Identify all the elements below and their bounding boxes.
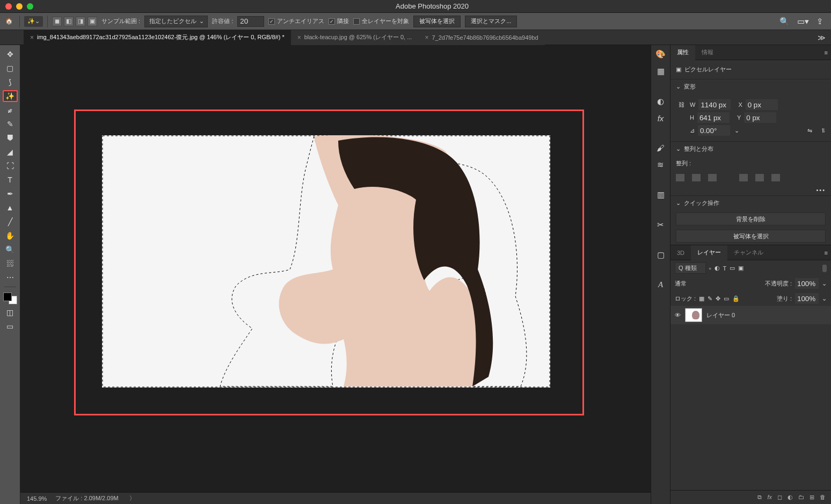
filter-type-icon[interactable]: T [723,265,727,272]
flip-vertical-icon[interactable]: ⥮ [821,127,826,134]
home-button[interactable]: 🏠 [3,16,15,27]
lock-transparency-icon[interactable]: ▦ [699,295,704,302]
layer-visibility-icon[interactable]: 👁 [675,312,681,318]
tolerance-input[interactable] [237,16,264,27]
align-section[interactable]: 整列と分布 [670,141,831,156]
layers-tab[interactable]: レイヤー [691,245,727,260]
line-tool[interactable]: ╱ [3,216,18,228]
perspective-tool[interactable]: ⛆ [3,258,18,269]
select-and-mask-button[interactable]: 選択とマスク... [465,16,517,27]
x-input[interactable] [746,99,778,110]
actions-panel-icon[interactable]: ✂ [657,220,664,230]
color-panel-icon[interactable]: 🎨 [655,49,666,59]
quick-actions-section[interactable]: クイック操作 [670,195,831,210]
workspace-icon[interactable]: ▭▾ [797,17,809,26]
adjustments-panel-icon[interactable]: ◐ [657,97,664,106]
more-options-icon[interactable]: ••• [816,187,831,193]
lock-paint-icon[interactable]: ✎ [708,295,712,302]
document-tab[interactable]: ×7_2d7fe75e74b86b7696cb6564ba949bd [418,30,544,45]
layer-row[interactable]: 👁 レイヤー 0 [670,306,831,324]
align-left-icon[interactable] [676,174,684,181]
select-subject-button-panel[interactable]: 被写体を選択 [676,230,826,243]
layer-fx-icon[interactable]: fx [767,494,772,501]
3d-tab[interactable]: 3D [670,245,691,260]
libraries-panel-icon[interactable]: ▥ [657,190,665,200]
tool-preset[interactable]: ✨⌄ [24,16,43,27]
tab-overflow-icon[interactable]: ≫ [812,33,831,42]
filter-shape-icon[interactable]: ▭ [730,265,735,272]
opacity-input[interactable] [795,278,819,289]
layer-name[interactable]: レイヤー 0 [706,311,735,319]
adjustment-layer-icon[interactable]: ◐ [788,494,793,501]
quick-selection-tool[interactable]: ⸙ [3,104,18,116]
filter-smart-icon[interactable]: ▣ [738,265,743,272]
status-chevron-icon[interactable]: 〉 [129,494,135,502]
blend-mode-dropdown[interactable]: 通常 [675,280,739,288]
lock-position-icon[interactable]: ✥ [716,295,720,302]
path-selection-tool[interactable]: ▲ [3,202,18,214]
lock-artboard-icon[interactable]: ▭ [724,295,729,302]
panel-menu-icon[interactable]: ≡ [821,49,831,56]
selection-add-icon[interactable]: ◧ [64,17,74,26]
close-tab-icon[interactable]: × [30,34,34,41]
close-tab-icon[interactable]: × [425,34,428,41]
sample-range-dropdown[interactable]: 指定したピクセル [144,16,208,27]
crop-tool[interactable]: ⛶ [3,160,18,172]
brush-settings-icon[interactable]: ≋ [657,160,664,170]
all-layers-checkbox[interactable]: 全レイヤーを対象 [353,17,409,25]
antialias-checkbox[interactable]: ✓アンチエイリアス [268,17,324,25]
align-vcenter-icon[interactable] [755,174,764,181]
search-icon[interactable]: 🔍 [779,17,790,26]
pen-tool[interactable]: ✒ [3,188,18,200]
gradient-tool[interactable]: ◢ [3,146,18,158]
color-swatch[interactable] [3,293,17,304]
selection-subtract-icon[interactable]: ◨ [76,17,85,26]
screen-mode-tool[interactable]: ▭ [3,320,18,332]
fill-input[interactable] [795,293,819,304]
group-layers-icon[interactable]: 🗀 [798,494,804,501]
layer-mask-icon[interactable]: ◻ [777,494,782,501]
canvas-viewport[interactable] [20,45,651,492]
select-subject-button[interactable]: 被写体を選択 [413,16,461,27]
minimize-window[interactable] [16,3,23,10]
filter-pixel-icon[interactable]: ▫ [709,265,711,272]
filter-adjust-icon[interactable]: ◐ [715,265,720,272]
link-layers-icon[interactable]: ⧉ [757,494,762,501]
link-wh-icon[interactable]: ⛓ [676,101,687,108]
info-tab[interactable]: 情報 [695,45,720,60]
magic-wand-tool[interactable]: ✨ [3,90,18,102]
y-input[interactable] [744,112,776,123]
new-layer-icon[interactable]: ⊞ [810,494,814,501]
align-top-icon[interactable] [739,174,748,181]
brushes-panel-icon[interactable]: 🖌 [657,143,665,152]
layer-filter-kind[interactable]: Q 種類 [675,262,706,274]
selection-new-icon[interactable]: ◼ [52,17,62,26]
close-tab-icon[interactable]: × [297,34,301,41]
selection-intersect-icon[interactable]: ▣ [88,17,97,26]
contiguous-checkbox[interactable]: ✓隣接 [329,17,349,25]
document-tab[interactable]: ×black-teacup.jpg @ 625% (レイヤー 0, ... [291,30,419,45]
panel-menu-icon[interactable]: ≡ [821,250,831,256]
clone-stamp-tool[interactable]: ⛊ [3,132,18,144]
angle-input[interactable] [698,125,730,136]
channels-tab[interactable]: チャンネル [727,245,770,260]
lasso-tool[interactable]: ⟆ [3,76,18,88]
filter-toggle[interactable] [822,265,827,272]
delete-layer-icon[interactable]: 🗑 [820,494,826,501]
remove-background-button[interactable]: 背景を削除 [676,213,826,225]
flip-horizontal-icon[interactable]: ⇋ [807,127,812,134]
swatches-panel-icon[interactable]: ▦ [657,67,665,76]
marquee-tool[interactable]: ▢ [3,62,18,74]
height-input[interactable] [697,112,730,123]
hand-tool[interactable]: ✋ [3,230,18,242]
align-bottom-icon[interactable] [771,174,780,181]
frame-panel-icon[interactable]: ▢ [657,250,665,260]
maximize-window[interactable] [27,3,33,10]
layer-thumbnail[interactable] [685,308,702,322]
zoom-level[interactable]: 145.9% [27,495,47,502]
zoom-tool[interactable]: 🔍 [3,244,18,255]
transform-section[interactable]: 変形 [670,79,831,94]
foreground-color[interactable] [3,293,12,301]
align-right-icon[interactable] [708,174,717,181]
lock-all-icon[interactable]: 🔒 [732,295,740,302]
